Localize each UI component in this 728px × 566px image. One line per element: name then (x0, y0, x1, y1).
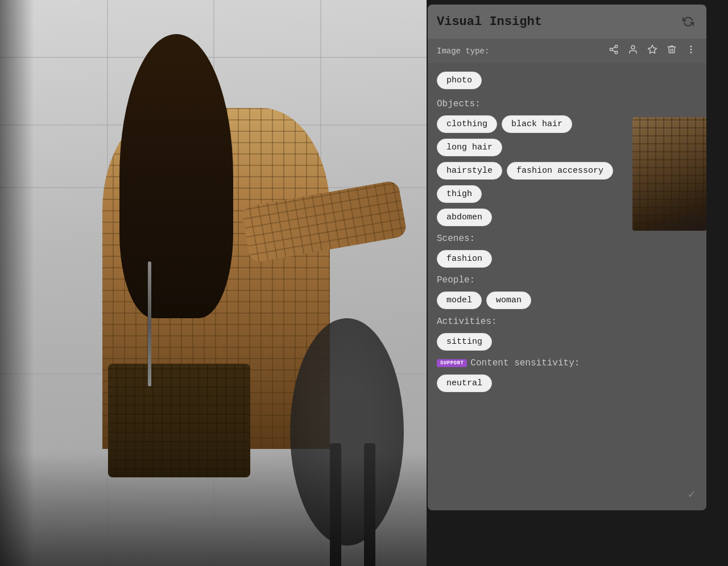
svg-point-9 (690, 52, 692, 53)
checkmark-area: ✓ (688, 487, 695, 501)
svg-line-3 (612, 50, 615, 52)
main-photo (0, 0, 427, 566)
objects-tags-row3: abdomen (437, 207, 621, 228)
objects-section: Objects: clothing black hair long hair h… (437, 99, 621, 228)
star-icon[interactable] (646, 43, 659, 59)
sensitivity-tags-row: neutral (437, 373, 621, 394)
scenes-tags-row: fashion (437, 248, 621, 269)
object-tag-clothing[interactable]: clothing (437, 115, 497, 133)
title-bar: Visual Insight (428, 5, 706, 39)
bag-strap (148, 261, 151, 386)
scene-tag-fashion[interactable]: fashion (437, 250, 492, 268)
toolbar-icons (607, 43, 697, 59)
share-icon[interactable] (607, 43, 620, 59)
delete-icon[interactable] (665, 43, 678, 59)
activities-section: Activities: sitting (437, 317, 621, 352)
hair (119, 34, 233, 318)
people-label: People: (437, 275, 621, 285)
object-tag-abdomen[interactable]: abdomen (437, 209, 492, 226)
objects-label: Objects: (437, 99, 621, 109)
scenes-section: Scenes: fashion (437, 234, 621, 269)
people-tag-woman[interactable]: woman (486, 292, 531, 309)
image-type-container: photo (437, 70, 621, 91)
object-tag-hairstyle[interactable]: hairstyle (437, 162, 502, 180)
sensitivity-label-row: SUPPORT Content sensitivity: (437, 358, 621, 368)
sensitivity-tag-neutral[interactable]: neutral (437, 374, 492, 392)
people-tags-row: model woman (437, 290, 621, 311)
support-badge: SUPPORT (437, 359, 467, 367)
object-tag-black-hair[interactable]: black hair (502, 115, 572, 133)
person-icon[interactable] (627, 43, 639, 59)
sensitivity-label: Content sensitivity: (470, 358, 580, 368)
image-type-tag[interactable]: photo (437, 72, 482, 89)
activity-tag-sitting[interactable]: sitting (437, 333, 492, 351)
more-icon[interactable] (685, 43, 697, 59)
object-tag-long-hair[interactable]: long hair (437, 139, 502, 156)
scenes-label: Scenes: (437, 234, 621, 244)
svg-point-5 (631, 45, 635, 49)
activities-label: Activities: (437, 317, 621, 327)
bottom-fade (0, 452, 427, 566)
svg-line-4 (612, 47, 615, 49)
refresh-icon (682, 16, 694, 27)
sensitivity-section: SUPPORT Content sensitivity: neutral (437, 358, 621, 394)
visual-insight-panel: Visual Insight Image type: (428, 5, 706, 510)
checkmark-icon: ✓ (688, 488, 695, 501)
panel-title: Visual Insight (437, 15, 542, 29)
toolbar: Image type: (428, 39, 706, 63)
thumbnail-preview (632, 117, 706, 231)
objects-tags-row1: clothing black hair long hair (437, 114, 621, 158)
svg-point-8 (690, 49, 692, 50)
svg-point-7 (690, 46, 692, 47)
thumbnail-image (632, 117, 706, 231)
image-type-label: Image type: (437, 47, 489, 56)
svg-marker-6 (648, 45, 657, 53)
content-area: photo Objects: clothing black hair long … (428, 63, 706, 403)
refresh-button[interactable] (679, 13, 697, 31)
people-tag-model[interactable]: model (437, 292, 482, 309)
object-tag-thigh[interactable]: thigh (437, 185, 482, 203)
object-tag-fashion-accessory[interactable]: fashion accessory (507, 162, 613, 180)
left-shadow (0, 0, 34, 566)
objects-tags-row2: hairstyle fashion accessory thigh (437, 160, 621, 205)
people-section: People: model woman (437, 275, 621, 311)
activities-tags-row: sitting (437, 331, 621, 352)
